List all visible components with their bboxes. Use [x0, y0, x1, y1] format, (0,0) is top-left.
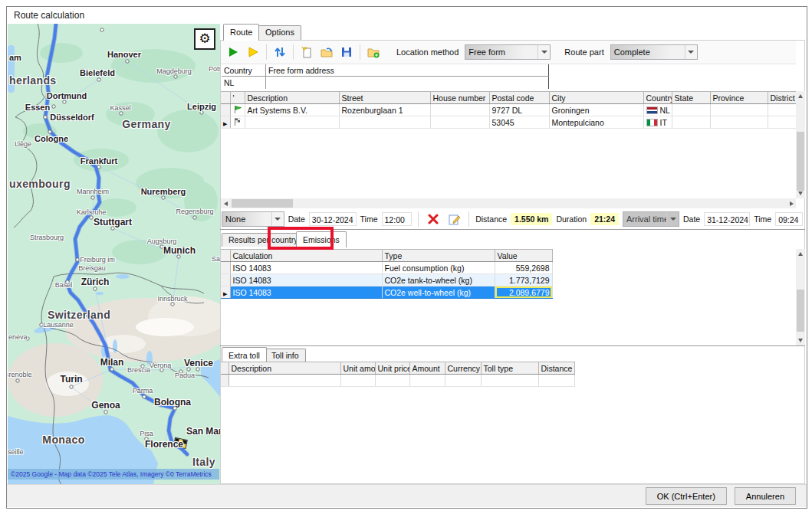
cancel-button[interactable]: Annuleren	[735, 487, 796, 505]
country-cell[interactable]: NL	[643, 104, 672, 116]
scroll-down-icon[interactable]	[796, 188, 805, 198]
departure-date-field[interactable]: 30-12-2024	[309, 212, 357, 226]
ok-button[interactable]: OK (Ctrl+Enter)	[646, 487, 727, 505]
city-column-header[interactable]: City	[549, 92, 643, 104]
unit-amount-column-header[interactable]: Unit amount	[340, 362, 375, 375]
country-column-header[interactable]: Country	[643, 92, 672, 104]
calculation-cell[interactable]: ISO 14083	[230, 274, 382, 286]
type-cell[interactable]: CO2e well-to-wheel (kg)	[382, 286, 495, 299]
map[interactable]: amHanoverMagdeburgPotsBielefeldherlandsD…	[8, 24, 220, 484]
freeform-address-cell[interactable]	[266, 77, 549, 89]
stop-row-start[interactable]: Art Systems B.V. Rozenburglaan 1 9727 DL…	[221, 104, 797, 116]
street-cell[interactable]: Rozenburglaan 1	[339, 104, 430, 116]
toll-type-column-header[interactable]: Toll type	[481, 362, 538, 375]
district-column-header[interactable]: District	[768, 92, 797, 104]
currency-column-header[interactable]: Currency	[445, 362, 481, 375]
description-cell[interactable]	[245, 116, 339, 129]
departure-time-field[interactable]: 12:00	[382, 212, 413, 226]
state-cell[interactable]	[672, 104, 710, 116]
arrival-time-field[interactable]: 09:24	[775, 212, 803, 226]
country-cell[interactable]: IT	[643, 116, 672, 129]
city-cell[interactable]: Montepulciano	[549, 116, 643, 129]
scroll-down-icon[interactable]	[796, 336, 805, 345]
scrollbar-thumb[interactable]	[797, 132, 804, 191]
splitter[interactable]	[220, 345, 805, 346]
tab-extra-toll[interactable]: Extra toll	[222, 347, 267, 362]
tab-emissions[interactable]: Emissions	[296, 231, 347, 247]
unit-price-column-header[interactable]: Unit price	[375, 362, 409, 375]
city-cell[interactable]: Groningen	[549, 104, 643, 116]
calculate-route-button[interactable]	[224, 43, 242, 61]
open-route-button[interactable]	[317, 43, 336, 61]
scroll-left-icon[interactable]	[221, 198, 230, 208]
tab-options[interactable]: Options	[258, 25, 301, 40]
calculation-cell[interactable]: ISO 14083	[230, 262, 382, 274]
splitter[interactable]	[220, 229, 805, 230]
scroll-up-icon[interactable]	[796, 91, 805, 101]
swap-stops-button[interactable]	[271, 43, 289, 61]
street-column-header[interactable]: Street	[339, 92, 430, 104]
value-cell[interactable]: 559,2698	[495, 262, 552, 274]
district-cell[interactable]	[768, 116, 797, 129]
scrollbar-thumb[interactable]	[797, 290, 804, 332]
type-column-header[interactable]: Type	[382, 250, 495, 262]
calculate-partial-button[interactable]	[244, 43, 262, 61]
distance-cell[interactable]	[538, 375, 574, 387]
description-cell[interactable]: Art Systems B.V.	[245, 104, 339, 116]
unit-amount-cell[interactable]	[340, 375, 375, 387]
emissions-vscrollbar[interactable]	[796, 249, 805, 345]
amount-cell[interactable]	[409, 375, 445, 387]
value-cell-focused[interactable]: 2.089,6779	[495, 286, 552, 299]
stop-row-finish[interactable]: ▶ 53045 Montepulciano IT	[221, 116, 797, 129]
description-column-header[interactable]: Description	[228, 362, 340, 375]
arrival-time-select[interactable]: Arrival time	[623, 211, 679, 227]
emissions-row-selected[interactable]: ▶ ISO 14083 CO2e well-to-wheel (kg) 2.08…	[221, 286, 552, 299]
description-column-header[interactable]: Description	[245, 92, 339, 104]
house-number-column-header[interactable]: House number	[430, 92, 489, 104]
stops-grid-vscrollbar[interactable]	[796, 91, 805, 198]
marker-column-header[interactable]: '	[230, 92, 245, 104]
emissions-row[interactable]: ISO 14083 CO2e tank-to-wheel (kg) 1.773,…	[221, 274, 552, 286]
route-part-select[interactable]: Complete	[610, 44, 698, 60]
type-cell[interactable]: CO2e tank-to-wheel (kg)	[382, 274, 495, 286]
tab-route[interactable]: Route	[223, 24, 259, 41]
value-cell[interactable]: 1.773,7129	[495, 274, 552, 286]
house-number-cell[interactable]	[430, 104, 489, 116]
postal-code-cell[interactable]: 53045	[489, 116, 549, 129]
tab-results-per-country[interactable]: Results per country	[222, 233, 304, 247]
profile-select[interactable]: None	[222, 211, 284, 227]
edit-button[interactable]	[445, 211, 462, 228]
scrollbar-thumb[interactable]	[232, 199, 293, 208]
distance-column-header[interactable]: Distance	[538, 362, 574, 375]
house-number-cell[interactable]	[430, 116, 489, 129]
location-method-select[interactable]: Free form	[465, 44, 551, 60]
province-column-header[interactable]: Province	[710, 92, 768, 104]
unit-price-cell[interactable]	[375, 375, 409, 387]
stops-grid-hscrollbar[interactable]	[221, 198, 796, 208]
map-settings-button[interactable]: ⚙	[194, 28, 215, 50]
amount-column-header[interactable]: Amount	[409, 362, 445, 375]
scroll-up-icon[interactable]	[796, 249, 805, 259]
toll-type-cell[interactable]	[481, 375, 538, 387]
tab-toll-info[interactable]: Toll info	[265, 349, 306, 362]
arrival-date-field[interactable]: 31-12-2024	[704, 212, 750, 226]
state-cell[interactable]	[672, 116, 710, 129]
postal-code-column-header[interactable]: Postal code	[489, 92, 549, 104]
province-cell[interactable]	[710, 104, 768, 116]
state-column-header[interactable]: State	[672, 92, 710, 104]
scroll-right-icon[interactable]	[787, 198, 796, 208]
district-cell[interactable]	[768, 104, 797, 116]
postal-code-cell[interactable]: 9727 DL	[489, 104, 549, 116]
street-cell[interactable]	[339, 116, 430, 129]
description-cell[interactable]	[228, 375, 340, 387]
save-route-button[interactable]	[337, 43, 356, 61]
province-cell[interactable]	[710, 116, 768, 129]
currency-cell[interactable]	[445, 375, 481, 387]
type-cell[interactable]: Fuel consumption (kg)	[382, 262, 495, 274]
calculation-column-header[interactable]: Calculation	[230, 250, 382, 262]
country-cell[interactable]: NL	[222, 77, 266, 89]
new-route-button[interactable]	[298, 43, 316, 61]
delete-button[interactable]	[425, 211, 442, 228]
emissions-row[interactable]: ISO 14083 Fuel consumption (kg) 559,2698	[221, 262, 552, 274]
toll-row-empty[interactable]	[221, 375, 574, 387]
